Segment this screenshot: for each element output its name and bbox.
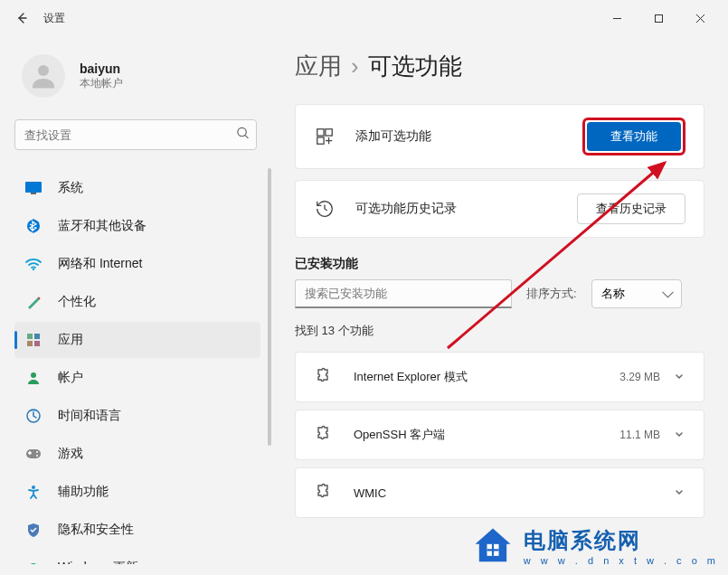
annotation-highlight: 查看功能 [582, 118, 685, 156]
svg-rect-17 [317, 129, 324, 136]
profile-block[interactable]: baiyun 本地帐户 [14, 47, 271, 116]
svg-rect-9 [27, 341, 33, 346]
sidebar-item-time[interactable]: 时间和语言 [14, 398, 260, 434]
time-icon [25, 408, 42, 424]
sidebar-item-update[interactable]: Windows 更新 [14, 550, 260, 564]
svg-point-6 [33, 269, 34, 270]
sidebar-item-label: Windows 更新 [58, 560, 138, 564]
breadcrumb-parent[interactable]: 应用 [295, 51, 342, 82]
sidebar: baiyun 本地帐户 系统蓝牙和其他设备网络和 Internet个性化应用帐户… [0, 36, 271, 575]
window-title: 设置 [43, 11, 65, 26]
feature-size: 11.1 MB [619, 429, 660, 441]
svg-point-2 [238, 127, 246, 136]
sidebar-item-personal[interactable]: 个性化 [14, 284, 260, 320]
svg-rect-3 [25, 182, 42, 193]
svg-point-15 [36, 455, 38, 457]
chevron-down-icon [673, 429, 685, 441]
settings-window: 设置 baiyun 本地帐户 [0, 0, 728, 575]
sidebar-item-privacy[interactable]: 隐私和安全性 [14, 512, 260, 548]
watermark: 电脑系统网 w w w . d n x t w . c o m [469, 523, 719, 570]
bluetooth-icon [25, 218, 42, 234]
accounts-icon [25, 370, 42, 386]
history-card: 可选功能历史记录 查看历史记录 [295, 180, 704, 238]
avatar [22, 54, 65, 98]
sidebar-item-apps[interactable]: 应用 [14, 322, 260, 358]
sort-dropdown[interactable]: 名称 [591, 279, 682, 308]
arrow-left-icon [14, 11, 29, 25]
svg-rect-18 [326, 129, 332, 136]
view-features-button[interactable]: 查看功能 [587, 122, 681, 151]
feature-list: Internet Explorer 模式3.29 MBOpenSSH 客户端11… [295, 352, 704, 518]
titlebar: 设置 [0, 0, 728, 36]
network-icon [25, 256, 42, 272]
close-icon [695, 14, 705, 24]
sort-label: 排序方式: [526, 286, 577, 302]
svg-point-16 [32, 485, 35, 489]
sidebar-item-label: 蓝牙和其他设备 [58, 218, 147, 234]
add-feature-card: 添加可选功能 查看功能 [295, 104, 704, 169]
svg-point-11 [31, 372, 36, 378]
sidebar-item-label: 辅助功能 [58, 484, 109, 500]
minimize-icon [612, 14, 622, 24]
svg-point-1 [38, 65, 49, 76]
svg-rect-0 [655, 14, 662, 22]
system-icon [25, 180, 42, 196]
close-button[interactable] [679, 4, 721, 33]
breadcrumb: 应用 › 可选功能 [295, 51, 704, 82]
sidebar-item-label: 应用 [58, 332, 83, 348]
search-icon [236, 127, 250, 144]
sidebar-item-network[interactable]: 网络和 Internet [14, 246, 260, 282]
personal-icon [25, 294, 42, 310]
maximize-button[interactable] [638, 4, 679, 33]
feature-row[interactable]: OpenSSH 客户端11.1 MB [295, 410, 704, 460]
add-square-icon [314, 126, 336, 147]
sidebar-item-accounts[interactable]: 帐户 [14, 360, 260, 396]
sidebar-item-gaming[interactable]: 游戏 [14, 436, 260, 472]
puzzle-icon [314, 425, 334, 445]
svg-point-14 [36, 451, 38, 453]
filter-row: 排序方式: 名称 [295, 279, 704, 308]
svg-rect-10 [34, 341, 40, 346]
profile-subtitle: 本地帐户 [80, 76, 123, 91]
sidebar-item-label: 时间和语言 [58, 408, 121, 424]
chevron-down-icon [673, 486, 685, 499]
installed-search-input[interactable] [295, 279, 512, 308]
sidebar-item-label: 系统 [58, 180, 83, 196]
sidebar-item-label: 网络和 Internet [58, 256, 142, 272]
svg-rect-4 [31, 193, 36, 194]
main-content: 应用 › 可选功能 添加可选功能 查看功能 可选功能历史记录 查看历史记录 [271, 36, 728, 575]
gaming-icon [25, 446, 42, 462]
feature-row[interactable]: Internet Explorer 模式3.29 MB [295, 352, 704, 402]
privacy-icon [25, 522, 42, 538]
puzzle-icon [314, 367, 334, 387]
minimize-button[interactable] [596, 4, 638, 33]
watermark-text-cn: 电脑系统网 [524, 526, 719, 555]
back-button[interactable] [7, 4, 36, 33]
chevron-down-icon [673, 371, 685, 383]
sidebar-item-access[interactable]: 辅助功能 [14, 474, 260, 510]
user-icon [27, 60, 60, 92]
chevron-right-icon: › [351, 52, 359, 80]
svg-rect-7 [27, 334, 33, 339]
apps-icon [25, 332, 42, 348]
svg-rect-13 [26, 449, 41, 458]
access-icon [25, 484, 42, 500]
house-icon [469, 523, 516, 570]
sidebar-item-label: 游戏 [58, 446, 83, 462]
feature-row[interactable]: WMIC [295, 467, 704, 518]
sidebar-item-bluetooth[interactable]: 蓝牙和其他设备 [14, 208, 260, 244]
feature-size: 3.29 MB [619, 371, 660, 383]
history-label: 可选功能历史记录 [355, 201, 577, 217]
add-feature-label: 添加可选功能 [355, 128, 582, 145]
maximize-icon [654, 14, 664, 24]
search-input[interactable] [14, 119, 257, 150]
feature-name: OpenSSH 客户端 [354, 427, 619, 443]
update-icon [25, 560, 42, 564]
view-history-button[interactable]: 查看历史记录 [577, 193, 685, 224]
nav-list: 系统蓝牙和其他设备网络和 Internet个性化应用帐户时间和语言游戏辅助功能隐… [14, 168, 271, 564]
feature-name: Internet Explorer 模式 [354, 369, 619, 385]
sidebar-item-label: 个性化 [58, 294, 96, 310]
sidebar-item-label: 帐户 [58, 370, 83, 386]
sidebar-item-system[interactable]: 系统 [14, 170, 260, 206]
feature-name: WMIC [354, 486, 660, 500]
